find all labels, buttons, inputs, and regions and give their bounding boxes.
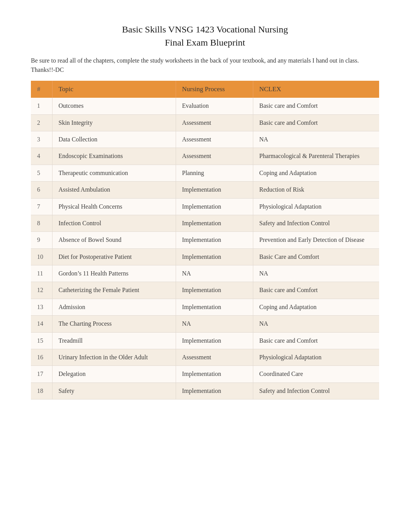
table-row: 1OutcomesEvaluationBasic care and Comfor… xyxy=(31,98,379,114)
table-row: 15TreadmillImplementationBasic care and … xyxy=(31,332,379,349)
cell-nclex: Reduction of Risk xyxy=(253,182,379,198)
cell-nclex: Basic care and Comfort xyxy=(253,332,379,349)
cell-topic: Data Collection xyxy=(52,131,176,148)
cell-topic: Therapeutic communication xyxy=(52,165,176,181)
table-row: 16Urinary Infection in the Older AdultAs… xyxy=(31,349,379,366)
cell-topic: Catheterizing the Female Patient xyxy=(52,282,176,299)
cell-nclex: NA xyxy=(253,131,379,148)
cell-topic: Delegation xyxy=(52,366,176,382)
table-row: 5Therapeutic communicationPlanningCoping… xyxy=(31,165,379,181)
table-row: 10Diet for Postoperative PatientImplemen… xyxy=(31,248,379,265)
cell-topic: Diet for Postoperative Patient xyxy=(52,248,176,265)
page-header: Basic Skills VNSG 1423 Vocational Nursin… xyxy=(31,23,379,49)
col-header-nursing-process: Nursing Process xyxy=(176,81,253,98)
cell-num: 2 xyxy=(31,114,52,131)
cell-nursing-process: Assessment xyxy=(176,148,253,165)
col-header-topic: Topic xyxy=(52,81,176,98)
table-row: 18SafetyImplementationSafety and Infecti… xyxy=(31,382,379,399)
cell-num: 16 xyxy=(31,349,52,366)
cell-topic: Infection Control xyxy=(52,215,176,231)
cell-nclex: Basic care and Comfort xyxy=(253,114,379,131)
cell-num: 13 xyxy=(31,299,52,315)
table-row: 8Infection ControlImplementationSafety a… xyxy=(31,215,379,231)
table-row: 2Skin IntegrityAssessmentBasic care and … xyxy=(31,114,379,131)
cell-topic: Admission xyxy=(52,299,176,315)
cell-nursing-process: Planning xyxy=(176,165,253,181)
col-header-num: # xyxy=(31,81,52,98)
cell-num: 14 xyxy=(31,316,52,332)
table-row: 9Absence of Bowel SoundImplementationPre… xyxy=(31,232,379,248)
cell-nursing-process: NA xyxy=(176,316,253,332)
cell-nursing-process: Implementation xyxy=(176,282,253,299)
cell-nursing-process: Assessment xyxy=(176,114,253,131)
cell-nclex: Coping and Adaptation xyxy=(253,165,379,181)
cell-nursing-process: Implementation xyxy=(176,332,253,349)
cell-nclex: Safety and Infection Control xyxy=(253,382,379,399)
table-row: 11Gordon’s 11 Health PatternsNANA xyxy=(31,265,379,282)
table-row: 4Endoscopic ExaminationsAssessmentPharma… xyxy=(31,148,379,165)
cell-topic: Physical Health Concerns xyxy=(52,198,176,215)
exam-blueprint-table: # Topic Nursing Process NCLEX 1OutcomesE… xyxy=(31,81,379,399)
cell-nursing-process: Implementation xyxy=(176,215,253,231)
cell-num: 7 xyxy=(31,198,52,215)
cell-topic: Absence of Bowel Sound xyxy=(52,232,176,248)
cell-nursing-process: Implementation xyxy=(176,248,253,265)
cell-nursing-process: Assessment xyxy=(176,131,253,148)
cell-nursing-process: Implementation xyxy=(176,299,253,315)
cell-topic: Treadmill xyxy=(52,332,176,349)
cell-nursing-process: Implementation xyxy=(176,182,253,198)
cell-nclex: Prevention and Early Detection of Diseas… xyxy=(253,232,379,248)
cell-nursing-process: Implementation xyxy=(176,382,253,399)
cell-nclex: Basic care and Comfort xyxy=(253,98,379,114)
cell-nursing-process: NA xyxy=(176,265,253,282)
table-header-row: # Topic Nursing Process NCLEX xyxy=(31,81,379,98)
cell-topic: Gordon’s 11 Health Patterns xyxy=(52,265,176,282)
page-subtitle: Be sure to read all of the chapters, com… xyxy=(31,56,379,75)
page-title: Basic Skills VNSG 1423 Vocational Nursin… xyxy=(31,23,379,49)
cell-num: 3 xyxy=(31,131,52,148)
cell-nclex: Basic Care and Comfort xyxy=(253,248,379,265)
cell-num: 10 xyxy=(31,248,52,265)
cell-nclex: Coordinated Care xyxy=(253,366,379,382)
cell-nclex: Physiological Adaptation xyxy=(253,198,379,215)
table-row: 17DelegationImplementationCoordinated Ca… xyxy=(31,366,379,382)
cell-num: 6 xyxy=(31,182,52,198)
table-row: 13AdmissionImplementationCoping and Adap… xyxy=(31,299,379,315)
cell-num: 11 xyxy=(31,265,52,282)
table-row: 14The Charting ProcessNANA xyxy=(31,316,379,332)
table-row: 3Data CollectionAssessmentNA xyxy=(31,131,379,148)
cell-topic: Skin Integrity xyxy=(52,114,176,131)
table-row: 7Physical Health ConcernsImplementationP… xyxy=(31,198,379,215)
cell-num: 8 xyxy=(31,215,52,231)
cell-nclex: Coping and Adaptation xyxy=(253,299,379,315)
cell-nursing-process: Evaluation xyxy=(176,98,253,114)
cell-num: 18 xyxy=(31,382,52,399)
cell-nclex: NA xyxy=(253,265,379,282)
cell-topic: Assisted Ambulation xyxy=(52,182,176,198)
cell-topic: Endoscopic Examinations xyxy=(52,148,176,165)
cell-nclex: Safety and Infection Control xyxy=(253,215,379,231)
cell-topic: Safety xyxy=(52,382,176,399)
cell-nclex: NA xyxy=(253,316,379,332)
cell-topic: The Charting Process xyxy=(52,316,176,332)
cell-nursing-process: Implementation xyxy=(176,198,253,215)
cell-num: 12 xyxy=(31,282,52,299)
cell-topic: Urinary Infection in the Older Adult xyxy=(52,349,176,366)
table-row: 12Catheterizing the Female PatientImplem… xyxy=(31,282,379,299)
cell-nursing-process: Implementation xyxy=(176,232,253,248)
cell-topic: Outcomes xyxy=(52,98,176,114)
cell-nclex: Pharmacological & Parenteral Therapies xyxy=(253,148,379,165)
cell-nursing-process: Implementation xyxy=(176,366,253,382)
cell-nclex: Basic care and Comfort xyxy=(253,282,379,299)
cell-nursing-process: Assessment xyxy=(176,349,253,366)
cell-num: 9 xyxy=(31,232,52,248)
col-header-nclex: NCLEX xyxy=(253,81,379,98)
cell-num: 17 xyxy=(31,366,52,382)
cell-num: 4 xyxy=(31,148,52,165)
cell-num: 5 xyxy=(31,165,52,181)
cell-num: 15 xyxy=(31,332,52,349)
cell-num: 1 xyxy=(31,98,52,114)
table-row: 6Assisted AmbulationImplementationReduct… xyxy=(31,182,379,198)
cell-nclex: Physiological Adaptation xyxy=(253,349,379,366)
